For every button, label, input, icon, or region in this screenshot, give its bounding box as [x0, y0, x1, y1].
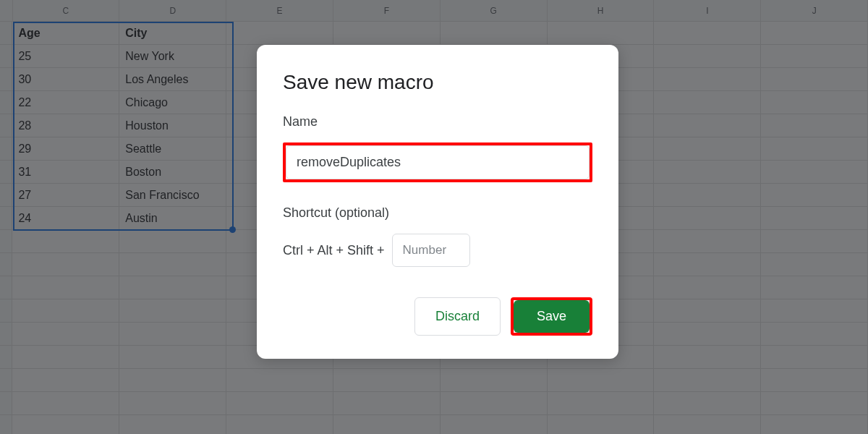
shortcut-row: Ctrl + Alt + Shift +: [283, 234, 592, 267]
macro-name-input[interactable]: [286, 145, 590, 179]
dialog-buttons: Discard Save: [283, 297, 592, 336]
name-input-highlight: [283, 142, 592, 182]
shortcut-label: Shortcut (optional): [283, 205, 592, 221]
save-button-highlight: Save: [511, 297, 592, 336]
shortcut-prefix: Ctrl + Alt + Shift +: [283, 243, 385, 258]
name-label: Name: [283, 114, 592, 129]
shortcut-section: Shortcut (optional) Ctrl + Alt + Shift +: [283, 205, 592, 267]
shortcut-number-input[interactable]: [392, 234, 470, 267]
discard-button[interactable]: Discard: [414, 297, 501, 336]
save-button[interactable]: Save: [514, 300, 590, 333]
dialog-title: Save new macro: [283, 71, 592, 94]
save-macro-dialog: Save new macro Name Shortcut (optional) …: [257, 45, 618, 359]
